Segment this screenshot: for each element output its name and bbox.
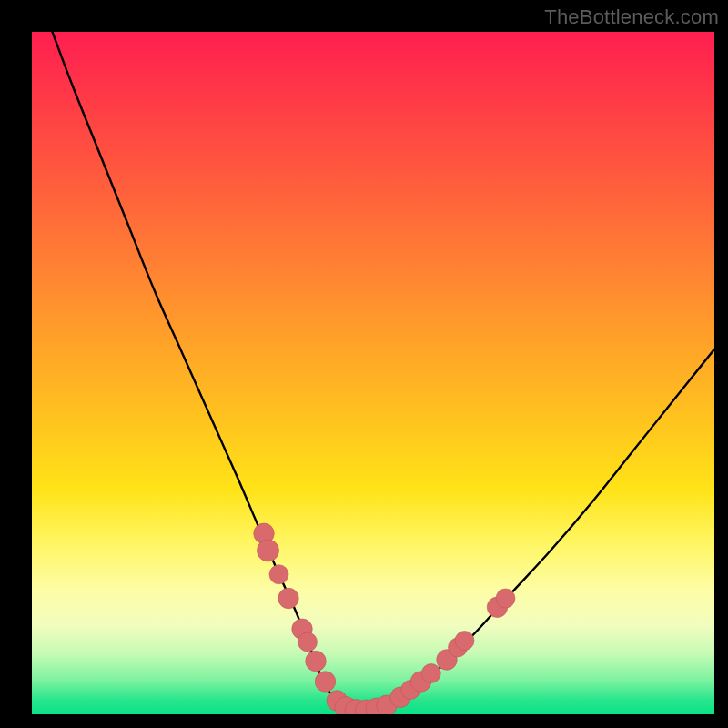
chart-svg (32, 32, 714, 714)
curve-marker (496, 589, 515, 608)
plot-area (32, 32, 714, 714)
curve-markers (254, 523, 515, 714)
curve-marker (455, 632, 474, 651)
curve-marker (306, 651, 327, 672)
watermark-text: TheBottleneck.com (544, 5, 719, 29)
curve-marker (315, 672, 336, 693)
curve-marker (421, 664, 440, 683)
curve-marker (278, 588, 299, 609)
chart-frame: TheBottleneck.com (0, 0, 728, 728)
curve-marker (269, 565, 288, 584)
curve-marker (298, 632, 318, 652)
curve-marker (258, 540, 279, 561)
bottleneck-curve (53, 32, 715, 712)
